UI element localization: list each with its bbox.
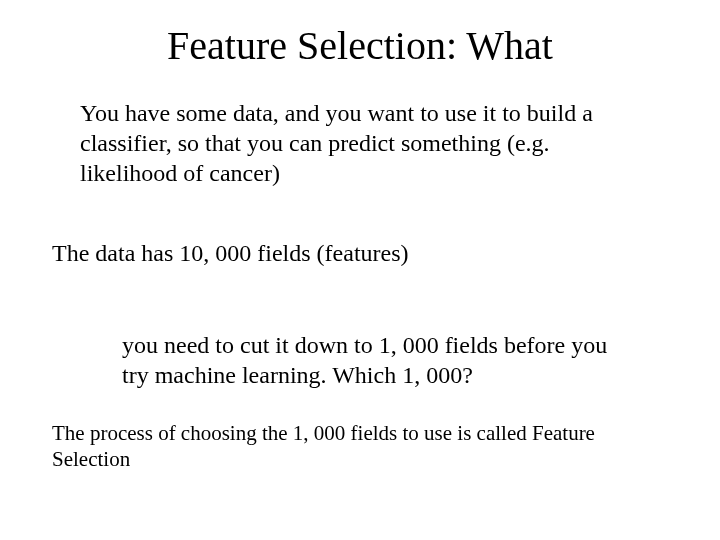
paragraph-cutdown: you need to cut it down to 1, 000 fields… <box>122 330 632 390</box>
paragraph-fields: The data has 10, 000 fields (features) <box>52 238 652 268</box>
paragraph-definition: The process of choosing the 1, 000 field… <box>52 420 652 473</box>
slide: Feature Selection: What You have some da… <box>0 0 720 540</box>
paragraph-intro: You have some data, and you want to use … <box>80 98 640 188</box>
slide-title: Feature Selection: What <box>0 22 720 69</box>
